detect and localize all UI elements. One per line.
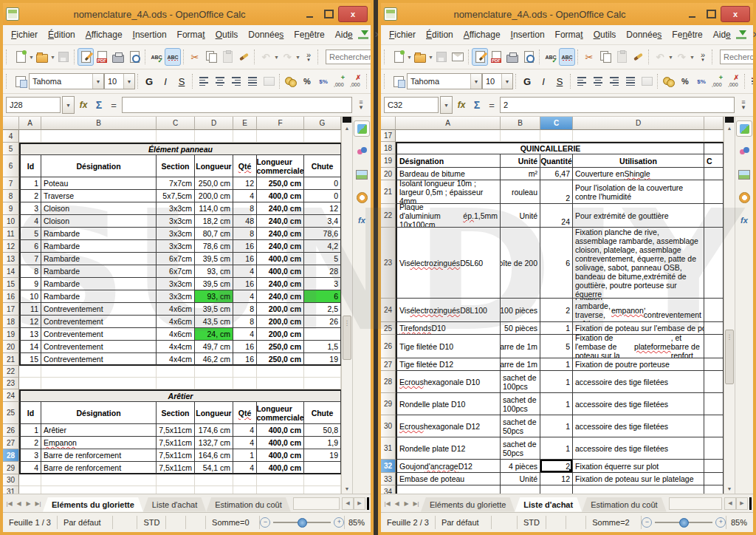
cell-F6[interactable]: Longueur commerciale [257, 155, 304, 177]
cell-A10[interactable]: 4 [19, 215, 41, 228]
cell-C27[interactable]: 1 [540, 358, 573, 371]
combo-dropdown-arrow[interactable]: ▼ [123, 74, 134, 89]
font-size-combo[interactable]: 10▼ [104, 73, 135, 89]
cell-E21[interactable]: 16 [233, 353, 257, 366]
cell-C26[interactable]: 7,5x11cm [157, 424, 195, 437]
italic-icon[interactable]: I [157, 72, 173, 90]
cell-B30[interactable]: sachet de 50pcs [501, 415, 540, 437]
cell-B9[interactable]: Cloison [41, 202, 157, 215]
cell-C19[interactable]: Quantité [540, 154, 573, 168]
underline-icon[interactable]: S [551, 72, 568, 90]
zoom-in-icon[interactable]: + [715, 517, 726, 528]
menu-fichier[interactable]: Fichier [6, 28, 43, 41]
row-header-9[interactable]: 9 [3, 202, 19, 215]
styles-panel-icon[interactable] [354, 143, 370, 160]
row-header-22[interactable]: 22 [3, 366, 19, 378]
cell-A29[interactable]: 4 [19, 462, 41, 474]
cell-B29[interactable]: sachet de 100pcs [501, 393, 540, 415]
align-left-icon[interactable] [574, 72, 590, 90]
cell-F12[interactable]: 240,0 cm [257, 240, 304, 253]
cell-A34[interactable] [396, 485, 501, 494]
save-icon[interactable] [433, 48, 450, 66]
scrollbar-thumb[interactable] [725, 330, 734, 384]
cell-C14[interactable]: 6x7cm [157, 265, 195, 278]
cell-C11[interactable]: 3x3cm [157, 228, 195, 240]
cell-D19[interactable]: Utilisation [573, 154, 704, 168]
cell-D21[interactable]: Pour l'isolation de la couverture contre… [573, 180, 704, 204]
cell-A14[interactable]: 8 [19, 265, 41, 278]
cell-B27[interactable]: Barre de 1m [501, 358, 540, 371]
cell-E10[interactable]: 48 [233, 215, 257, 228]
format-paintbrush-icon[interactable] [630, 48, 646, 66]
row-header-19[interactable]: 19 [3, 328, 19, 341]
delete-decimal-icon[interactable]: ,000✗ [726, 72, 742, 90]
zoom-slider[interactable]: − + [642, 516, 726, 529]
cell-D18[interactable]: 43,5 cm [195, 316, 233, 328]
cell-B28[interactable]: sachet de 100pcs [501, 371, 540, 393]
cell-x26[interactable] [704, 335, 724, 358]
menu-edition[interactable]: Édition [43, 28, 80, 41]
cell-G21[interactable]: 19 [304, 353, 341, 366]
row-header-29[interactable]: 29 [3, 462, 19, 474]
cell-C22[interactable]: 24 [540, 204, 573, 228]
cell-x30[interactable] [704, 415, 724, 437]
cell-C31[interactable]: 1 [540, 437, 573, 460]
vertical-scrollbar[interactable]: ▲ ▼ [724, 117, 735, 494]
cell-E16[interactable]: 4 [233, 290, 257, 303]
column-header-C[interactable]: C [157, 117, 195, 130]
cell-C25[interactable]: 1 [540, 322, 573, 335]
cell-F18[interactable]: 200,0 cm [257, 316, 304, 328]
cell-G8[interactable]: 0 [304, 190, 341, 202]
column-header-B[interactable]: B [41, 117, 157, 130]
equals-icon[interactable]: = [108, 100, 120, 111]
paste-icon[interactable] [219, 48, 236, 66]
cell-x29[interactable] [704, 393, 724, 415]
sum-icon[interactable]: Σ [92, 99, 106, 111]
menu-donnees[interactable]: Données [243, 28, 289, 41]
zoom-slider-thumb[interactable] [298, 518, 307, 528]
cell-C26[interactable]: 5 [540, 335, 573, 358]
print-icon[interactable] [110, 48, 126, 66]
menu-format[interactable]: Format [172, 28, 210, 41]
cell-B27[interactable]: Empanon [41, 437, 157, 449]
cell-G16[interactable]: 6 [304, 290, 341, 303]
cell-x24[interactable] [704, 299, 724, 322]
cell-B13[interactable]: Rambarde [41, 253, 157, 265]
cell-A15[interactable]: 9 [19, 278, 41, 290]
cell-C17[interactable]: 4x6cm [157, 303, 195, 316]
cell-B28[interactable]: Barre de renforcement [41, 449, 157, 462]
sheet-tab-estimation-du-cou-t[interactable]: Estimation du coût [582, 497, 667, 512]
add-decimal-icon[interactable]: ,000+ [709, 72, 726, 90]
cell-A21[interactable]: 15 [19, 353, 41, 366]
cell-C19[interactable]: 4x6cm [157, 328, 195, 341]
format-standard-icon[interactable]: $% [693, 72, 709, 90]
copy-icon[interactable] [203, 48, 219, 66]
italic-icon[interactable]: I [535, 72, 551, 90]
cell-x20[interactable] [704, 168, 724, 180]
split-handle[interactable] [343, 117, 351, 123]
spellcheck-icon[interactable]: ABC✓ [543, 48, 559, 66]
cell-B25[interactable]: Désignation [41, 402, 157, 424]
cell-E13[interactable]: 16 [233, 253, 257, 265]
cell-F22[interactable] [257, 366, 304, 378]
row-header-27[interactable]: 27 [3, 437, 19, 449]
cell-D30[interactable]: accessoire des tige filetées [573, 415, 704, 437]
email-document-icon[interactable] [450, 48, 466, 66]
cell-E26[interactable]: 4 [233, 424, 257, 437]
cell-A26[interactable]: Tige filetée D10 [396, 335, 501, 358]
open-file-icon[interactable] [34, 48, 50, 66]
cell-A20[interactable]: 14 [19, 341, 41, 353]
cell-B34[interactable] [501, 485, 540, 494]
cell-G23[interactable] [304, 378, 341, 389]
cell-A24[interactable]: Arêtier [19, 389, 341, 402]
format-percent-icon[interactable]: % [299, 72, 315, 90]
menu-donnees[interactable]: Données [621, 28, 667, 41]
cell-B31[interactable] [41, 486, 157, 494]
cell-D22[interactable] [195, 366, 233, 378]
cell-A8[interactable]: 2 [19, 190, 41, 202]
column-header-A[interactable]: A [19, 117, 41, 130]
navigator-panel-icon[interactable] [736, 189, 752, 205]
combo-dropdown-arrow[interactable]: ▼ [470, 74, 481, 89]
row-header-21[interactable]: 21 [381, 180, 396, 204]
export-pdf-icon[interactable]: PDF [488, 48, 504, 66]
